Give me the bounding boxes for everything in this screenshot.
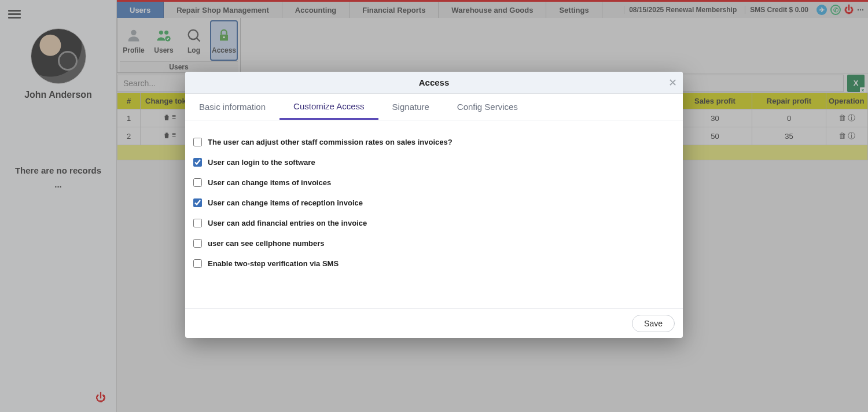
- permission-checkbox[interactable]: [193, 178, 202, 187]
- permission-label: User can change items of invoices: [208, 178, 331, 187]
- permission-row[interactable]: The user can adjust other staff commissi…: [193, 132, 675, 152]
- permission-label: The user can adjust other staff commissi…: [208, 138, 453, 146]
- permission-label: user can see cellphone numbers: [208, 239, 325, 248]
- modal-body: The user can adjust other staff commissi…: [185, 120, 683, 308]
- modal-tab-config-services[interactable]: Config Services: [443, 94, 532, 120]
- permission-checkbox[interactable]: [193, 239, 202, 248]
- permission-row[interactable]: User can add financial entries on the in…: [193, 213, 675, 233]
- permission-label: Enable two-step verification via SMS: [208, 259, 339, 268]
- permission-label: User can login to the software: [208, 158, 315, 167]
- permission-row[interactable]: User can change items of reception invoi…: [193, 193, 675, 213]
- close-icon[interactable]: ✕: [668, 76, 677, 89]
- permission-checkbox[interactable]: [193, 138, 202, 146]
- permission-checkbox[interactable]: [193, 158, 202, 167]
- permission-row[interactable]: User can login to the software: [193, 152, 675, 172]
- modal-tabs: Basic informationCustomize AccessSignatu…: [185, 94, 683, 120]
- permission-label: User can add financial entries on the in…: [208, 219, 367, 227]
- permission-checkbox[interactable]: [193, 259, 202, 268]
- modal-header: Access ✕: [185, 72, 683, 94]
- modal-footer: Save: [185, 308, 683, 338]
- permission-row[interactable]: User can change items of invoices: [193, 172, 675, 193]
- permission-checkbox[interactable]: [193, 219, 202, 227]
- permission-label: User can change items of reception invoi…: [208, 198, 363, 207]
- modal-title: Access: [419, 78, 450, 87]
- save-button[interactable]: Save: [632, 315, 675, 332]
- permission-row[interactable]: Enable two-step verification via SMS: [193, 253, 675, 274]
- modal-tab-basic-information[interactable]: Basic information: [185, 94, 279, 120]
- permission-row[interactable]: user can see cellphone numbers: [193, 233, 675, 253]
- modal-tab-customize-access[interactable]: Customize Access: [279, 94, 378, 120]
- modal-tab-signature[interactable]: Signature: [378, 94, 443, 120]
- access-modal: Access ✕ Basic informationCustomize Acce…: [185, 72, 683, 338]
- permission-checkbox[interactable]: [193, 198, 202, 207]
